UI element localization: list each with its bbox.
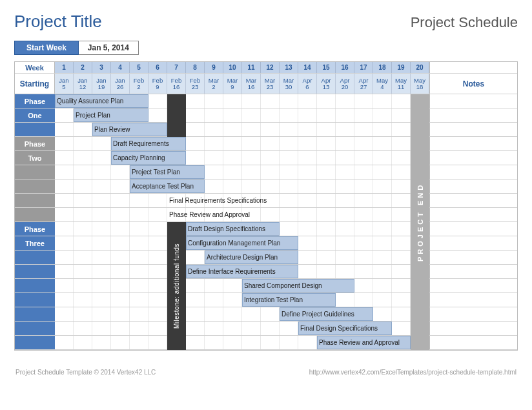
phase-spacer <box>15 179 55 193</box>
week-number: 11 <box>242 62 261 73</box>
week-number: 17 <box>354 62 373 73</box>
gantt-bar[interactable]: Plan Review <box>92 123 167 136</box>
phase-spacer <box>15 336 55 349</box>
week-date: Mar9 <box>223 74 242 94</box>
week-number: 18 <box>373 62 392 73</box>
week-number: 15 <box>317 62 336 73</box>
phase-spacer <box>15 208 55 221</box>
week-date: Mar2 <box>205 74 223 94</box>
footer-left: Project Schedule Template © 2014 Vertex4… <box>15 369 156 376</box>
startweek-label: Start Week <box>14 41 79 55</box>
week-date: Jan12 <box>74 74 92 94</box>
week-number: 13 <box>280 62 298 73</box>
gantt-bar[interactable]: Final Design Specifications <box>298 322 392 335</box>
gantt-bar[interactable]: Integration Test Plan <box>242 293 336 307</box>
phase-spacer <box>15 293 55 307</box>
notes-cell[interactable] <box>429 165 517 179</box>
notes-cell[interactable] <box>429 336 517 349</box>
table-row: Phase Review and Approval <box>15 208 517 222</box>
week-number: 7 <box>167 62 186 73</box>
week-number: 6 <box>148 62 167 73</box>
week-date: Jan5 <box>55 74 74 94</box>
notes-cell[interactable] <box>429 123 517 136</box>
phase-spacer <box>15 165 55 179</box>
week-number: 12 <box>261 62 280 73</box>
notes-cell[interactable] <box>429 94 517 108</box>
notes-cell[interactable] <box>429 222 517 236</box>
notes-cell[interactable] <box>429 236 517 250</box>
gantt-bar[interactable]: Draft Requirements <box>111 137 186 150</box>
phase-label: One <box>15 108 55 122</box>
phase-spacer <box>15 322 55 335</box>
week-date: Apr13 <box>317 74 336 94</box>
table-row: Integration Test Plan <box>15 293 517 307</box>
notes-cell[interactable] <box>429 151 517 165</box>
phase-label: Phase <box>15 137 55 150</box>
gantt-bar[interactable]: Acceptance Test Plan <box>130 179 205 193</box>
gantt-bar[interactable]: Capacity Planning <box>111 151 186 165</box>
week-number: 16 <box>336 62 354 73</box>
week-number: 20 <box>411 62 429 73</box>
phase-label: Two <box>15 151 55 165</box>
table-row: TwoCapacity Planning <box>15 151 517 165</box>
notes-cell[interactable] <box>429 265 517 278</box>
schedule-table: Week 1234567891011121314151617181920 Sta… <box>14 61 518 351</box>
table-row: Final Design Specifications <box>15 322 517 336</box>
gantt-bar[interactable]: Project Plan <box>74 108 148 122</box>
phase-label: Phase <box>15 222 55 236</box>
gantt-bar[interactable]: Define Interface Requirements <box>186 265 298 278</box>
phase-spacer <box>15 279 55 292</box>
page-subtitle: Project Schedule <box>411 14 518 31</box>
startweek-input[interactable]: Jan 5, 2014 <box>79 41 139 55</box>
gantt-bar[interactable]: Phase Review and Approval <box>167 208 261 221</box>
week-date: Apr27 <box>354 74 373 94</box>
week-number: 19 <box>392 62 411 73</box>
gantt-bar[interactable]: Configuration Management Plan <box>186 236 298 250</box>
milestone-bar-top <box>167 94 186 137</box>
week-number: 8 <box>186 62 205 73</box>
gantt-bar[interactable]: Quality Assurance Plan <box>55 94 148 108</box>
notes-cell[interactable] <box>429 322 517 335</box>
project-end-bar: PROJECT END <box>411 94 429 350</box>
notes-cell[interactable] <box>429 279 517 292</box>
week-date: Feb23 <box>186 74 205 94</box>
gantt-bar[interactable]: Phase Review and Approval <box>317 336 411 349</box>
table-row: Define Project Guidelines <box>15 307 517 322</box>
phase-label: Phase <box>15 94 55 108</box>
phase-spacer <box>15 307 55 321</box>
notes-cell[interactable] <box>429 179 517 193</box>
footer-right: http://www.vertex42.com/ExcelTemplates/p… <box>309 369 517 376</box>
week-number: 14 <box>298 62 317 73</box>
notes-cell[interactable] <box>429 137 517 150</box>
week-number: 1 <box>55 62 74 73</box>
gantt-bar[interactable]: Project Test Plan <box>130 165 205 179</box>
week-date: Jan19 <box>92 74 111 94</box>
week-number: 10 <box>223 62 242 73</box>
phase-spacer <box>15 123 55 136</box>
gantt-bar[interactable]: Architecture Design Plan <box>205 251 298 264</box>
gantt-bar[interactable]: Final Requirements Specifications <box>167 194 280 207</box>
week-number: 5 <box>130 62 148 73</box>
notes-cell[interactable] <box>429 194 517 207</box>
week-date: Jan26 <box>111 74 130 94</box>
gantt-bar[interactable]: Shared Component Design <box>242 279 354 292</box>
week-date: Apr20 <box>336 74 354 94</box>
notes-cell[interactable] <box>429 108 517 122</box>
week-date: Mar23 <box>261 74 280 94</box>
table-row: PhaseDraft Requirements <box>15 137 517 151</box>
week-date: May4 <box>373 74 392 94</box>
week-date: Feb2 <box>130 74 148 94</box>
gantt-bar[interactable]: Define Project Guidelines <box>280 307 373 321</box>
week-date: Mar30 <box>280 74 298 94</box>
header-week-label: Week <box>15 62 55 73</box>
week-date: May18 <box>411 74 429 94</box>
table-row: Plan Review <box>15 123 517 137</box>
phase-label: Three <box>15 236 55 250</box>
notes-cell[interactable] <box>429 208 517 221</box>
notes-cell[interactable] <box>429 251 517 264</box>
gantt-bar[interactable]: Draft Design Specifications <box>186 222 280 236</box>
notes-cell[interactable] <box>429 293 517 307</box>
week-number: 2 <box>74 62 92 73</box>
week-date: Mar16 <box>242 74 261 94</box>
notes-cell[interactable] <box>429 307 517 321</box>
